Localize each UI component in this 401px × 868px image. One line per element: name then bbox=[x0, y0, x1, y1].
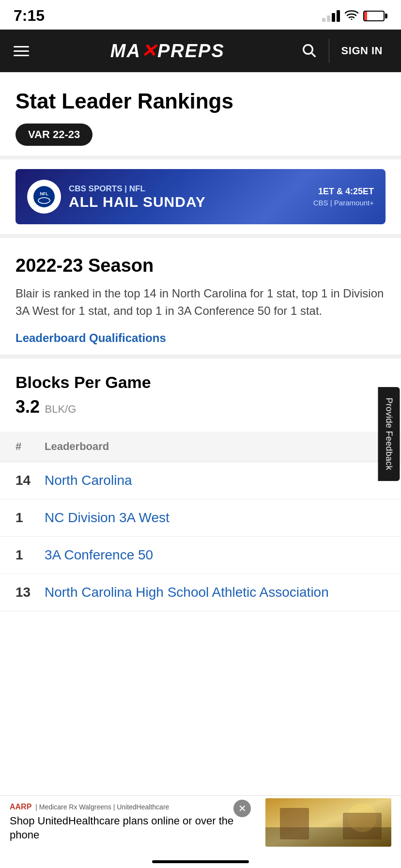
logo-text: MA✕PREPS bbox=[110, 40, 225, 62]
stat-name: Blocks Per Game bbox=[15, 373, 386, 392]
feedback-tab[interactable]: Provide Feedback bbox=[378, 387, 400, 481]
bottom-ad: AARP | Medicare Rx Walgreens | UnitedHea… bbox=[0, 795, 401, 849]
aarp-logo: AARP bbox=[10, 803, 31, 811]
ad-title: ALL HAIL SUNDAY bbox=[69, 194, 306, 210]
stat-value: 3.2 bbox=[15, 397, 40, 417]
table-row[interactable]: 1 NC Division 3A West bbox=[0, 499, 401, 537]
divider-3 bbox=[0, 355, 401, 358]
logo: MA✕PREPS bbox=[44, 40, 292, 62]
signal-bars-icon bbox=[322, 10, 340, 22]
ad-partners: | Medicare Rx Walgreens | UnitedHealthca… bbox=[35, 803, 169, 811]
nfl-logo: NFL bbox=[27, 180, 61, 214]
ad-logos: CBS | Paramount+ bbox=[313, 199, 374, 207]
hamburger-menu-button[interactable] bbox=[14, 46, 29, 56]
sign-in-button[interactable]: SIGN IN bbox=[332, 40, 387, 62]
battery-icon bbox=[363, 11, 387, 21]
bottom-ad-left: AARP | Medicare Rx Walgreens | UnitedHea… bbox=[10, 803, 265, 842]
nchsaa-link[interactable]: North Carolina High School Athletic Asso… bbox=[45, 585, 329, 600]
rank-3: 1 bbox=[15, 547, 45, 563]
home-indicator bbox=[152, 860, 249, 863]
divider-1 bbox=[0, 155, 401, 159]
ad-banner[interactable]: NFL CBS SPORTS | NFL ALL HAIL SUNDAY 1ET… bbox=[0, 159, 401, 234]
leaderboard-header: # Leaderboard bbox=[0, 432, 401, 462]
status-icons bbox=[322, 9, 387, 23]
season-section: 2022-23 Season Blair is ranked in the to… bbox=[0, 238, 401, 355]
leaderboard-header-label: Leaderboard bbox=[45, 440, 109, 453]
svg-point-1 bbox=[303, 45, 312, 54]
svg-text:NFL: NFL bbox=[40, 191, 48, 196]
svg-line-2 bbox=[311, 53, 315, 57]
stats-section: Blocks Per Game 3.2 BLK/G bbox=[0, 358, 401, 422]
ad-center: CBS SPORTS | NFL ALL HAIL SUNDAY bbox=[61, 184, 313, 210]
page-title: Stat Leader Rankings bbox=[15, 90, 386, 113]
nc-link[interactable]: North Carolina bbox=[45, 473, 132, 488]
conference-link[interactable]: 3A Conference 50 bbox=[45, 547, 153, 563]
table-row[interactable]: 1 3A Conference 50 bbox=[0, 537, 401, 574]
rank-2: 1 bbox=[15, 510, 45, 526]
bottom-ad-text: Shop UnitedHealthcare plans online or ov… bbox=[10, 814, 265, 842]
search-button[interactable] bbox=[292, 38, 326, 64]
ad-right: 1ET & 4:25ET CBS | Paramount+ bbox=[313, 186, 374, 207]
nc-division-link[interactable]: NC Division 3A West bbox=[45, 510, 170, 526]
status-time: 7:15 bbox=[14, 7, 45, 25]
header-divider bbox=[329, 39, 329, 63]
search-icon bbox=[301, 43, 317, 58]
svg-rect-9 bbox=[280, 808, 309, 839]
season-badge[interactable]: VAR 22-23 bbox=[15, 124, 93, 146]
header-actions: SIGN IN bbox=[292, 38, 387, 64]
status-bar: 7:15 bbox=[0, 0, 401, 30]
rank-1: 14 bbox=[15, 473, 45, 488]
stat-unit: BLK/G bbox=[45, 403, 77, 415]
leaderboard-header-rank: # bbox=[15, 440, 45, 453]
page-title-section: Stat Leader Rankings VAR 22-23 bbox=[0, 72, 401, 155]
close-ad-button[interactable]: ✕ bbox=[233, 800, 251, 817]
ad-time: 1ET & 4:25ET bbox=[313, 186, 374, 197]
leaderboard-qualifications-link[interactable]: Leaderboard Qualifications bbox=[15, 331, 166, 344]
svg-point-3 bbox=[33, 186, 55, 207]
ad-subtitle: CBS SPORTS | NFL bbox=[69, 184, 306, 194]
leaderboard-table: # Leaderboard 14 North Carolina 1 NC Div… bbox=[0, 432, 401, 611]
svg-point-0 bbox=[351, 18, 353, 20]
stat-value-row: 3.2 BLK/G bbox=[15, 397, 386, 417]
ad-banner-inner[interactable]: NFL CBS SPORTS | NFL ALL HAIL SUNDAY 1ET… bbox=[15, 169, 386, 224]
season-description: Blair is ranked in the top 14 in North C… bbox=[15, 285, 386, 320]
table-row[interactable]: 14 North Carolina bbox=[0, 462, 401, 499]
bottom-ad-image bbox=[265, 798, 391, 847]
svg-rect-10 bbox=[343, 813, 382, 839]
wifi-icon bbox=[345, 9, 358, 23]
divider-2 bbox=[0, 234, 401, 238]
table-row[interactable]: 13 North Carolina High School Athletic A… bbox=[0, 574, 401, 611]
header: MA✕PREPS SIGN IN bbox=[0, 30, 401, 72]
bottom-ad-logo-row: AARP | Medicare Rx Walgreens | UnitedHea… bbox=[10, 803, 265, 811]
season-title: 2022-23 Season bbox=[15, 255, 386, 276]
rank-4: 13 bbox=[15, 585, 45, 600]
